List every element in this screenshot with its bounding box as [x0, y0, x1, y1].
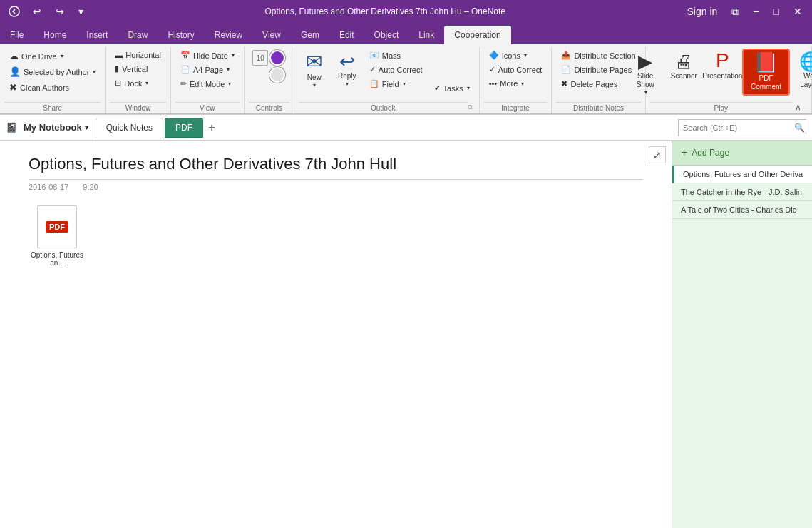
- ribbon-group-share: ☁ One Drive ▾ 👤 Selected by Author ▾ ✖ C…: [0, 47, 106, 113]
- tab-cooperation[interactable]: Cooperation: [444, 26, 510, 44]
- add-page-label: Add Page: [692, 148, 729, 158]
- notebook-dropdown-arrow: ▾: [85, 123, 88, 131]
- share-col: ☁ One Drive ▾ 👤 Selected by Author ▾ ✖ C…: [4, 49, 101, 95]
- mass-button[interactable]: 📧 Mass: [364, 49, 428, 62]
- weblayout-button[interactable]: 🌐 Web Layout: [791, 49, 812, 93]
- tab-view[interactable]: View: [252, 26, 291, 44]
- section-pdf[interactable]: PDF: [165, 118, 203, 138]
- section-quicknotes[interactable]: Quick Notes: [96, 118, 163, 138]
- tab-object[interactable]: Object: [364, 26, 409, 44]
- tab-insert[interactable]: Insert: [76, 26, 118, 44]
- new-button[interactable]: ✉ New ▾: [299, 49, 330, 92]
- redo-button[interactable]: ↪: [51, 4, 68, 19]
- sign-in-button[interactable]: Sign in: [683, 4, 722, 19]
- ribbon-group-controls: 10 Controls: [245, 47, 294, 113]
- selected-by-author-button[interactable]: 👤 Selected by Author ▾: [4, 64, 101, 79]
- pdfcomment-button[interactable]: 📕 PDF Comment: [742, 49, 790, 96]
- distribute-group-label: Distribute Notes: [556, 102, 640, 113]
- tab-gem[interactable]: Gem: [291, 26, 329, 44]
- pdfcomment-icon: 📕: [754, 53, 778, 73]
- presentation-button[interactable]: P Presentation: [704, 49, 741, 83]
- tab-draw[interactable]: Draw: [118, 26, 158, 44]
- page-list-item-0[interactable]: Options, Futures and Other Deriva: [672, 166, 812, 183]
- more2-button[interactable]: ••• More ▾: [484, 77, 548, 90]
- horizontal-icon: ▬: [115, 51, 123, 59]
- slideshow-icon: ▶: [638, 52, 652, 71]
- a4page-button[interactable]: 📄 A4 Page ▾: [175, 63, 240, 76]
- restore-button[interactable]: ⧉: [727, 4, 743, 19]
- search-bar: 🔍: [678, 119, 806, 136]
- tab-review[interactable]: Review: [205, 26, 252, 44]
- back-button[interactable]: [6, 3, 23, 20]
- page-list-item-2[interactable]: A Tale of Two Cities - Charles Dic: [672, 201, 812, 219]
- add-page-icon: +: [681, 146, 687, 159]
- controls-items: 10: [251, 47, 287, 101]
- hidedate-button[interactable]: 📅 Hide Date ▾: [175, 49, 240, 62]
- slideshow-dropdown: ▾: [644, 89, 647, 96]
- clean-authors-button[interactable]: ✖ Clean Authors: [4, 80, 101, 95]
- clean-icon: ✖: [9, 82, 17, 93]
- outlook-items: ✉ New ▾ ↩ Reply ▾ 📧 Mass ✓ Auto: [299, 47, 475, 101]
- page-list-item-1[interactable]: The Catcher in the Rye - J.D. Salin: [672, 183, 812, 201]
- dock-button[interactable]: ⊞ Dock ▾: [110, 76, 166, 90]
- search-button[interactable]: 🔍: [794, 123, 805, 133]
- tab-history[interactable]: History: [158, 26, 204, 44]
- weblayout-icon: 🌐: [799, 52, 812, 71]
- share-items: ☁ One Drive ▾ 👤 Selected by Author ▾ ✖ C…: [4, 47, 101, 101]
- ribbon-group-view: 📅 Hide Date ▾ 📄 A4 Page ▾ ✏ Edit Mode ▾: [171, 47, 245, 113]
- more2-dropdown: ▾: [521, 81, 524, 87]
- icons-button[interactable]: 🔷 Icons ▾: [484, 49, 548, 62]
- expand-button[interactable]: ⤢: [649, 146, 666, 163]
- search-input[interactable]: [678, 119, 806, 136]
- tab-file[interactable]: File: [0, 26, 34, 44]
- window-group-label: Window: [110, 102, 166, 113]
- outlook-expand[interactable]: ⧉: [468, 103, 475, 111]
- add-page-button[interactable]: + Add Page: [672, 141, 812, 166]
- undo-button[interactable]: ↩: [29, 4, 46, 19]
- tab-edit[interactable]: Edit: [329, 26, 364, 44]
- notebook-name[interactable]: My Notebook ▾: [18, 119, 94, 136]
- maximize-button[interactable]: □: [769, 4, 783, 19]
- minimize-button[interactable]: −: [749, 4, 763, 19]
- presentation-label: Presentation: [702, 72, 742, 81]
- page-meta: 2016-08-17 9:20: [29, 183, 643, 191]
- tab-home[interactable]: Home: [34, 26, 76, 44]
- notebook-icon: 📓: [6, 122, 18, 133]
- editmode-button[interactable]: ✏ Edit Mode ▾: [175, 77, 240, 91]
- tab-link[interactable]: Link: [408, 26, 444, 44]
- vertical-icon: ▮: [115, 64, 119, 73]
- mass-icon: 📧: [369, 51, 379, 60]
- field-dropdown: ▾: [403, 81, 406, 87]
- new-icon: ✉: [306, 52, 322, 72]
- vertical-button[interactable]: ▮ Vertical: [110, 62, 166, 76]
- add-section-button[interactable]: +: [203, 119, 220, 136]
- autocorrect2-button[interactable]: ✓ Auto Correct: [484, 63, 548, 76]
- new-dropdown: ▾: [313, 82, 316, 88]
- slideshow-button[interactable]: ▶ Slide Show ▾: [627, 49, 664, 99]
- horizontal-button[interactable]: ▬ Horizontal: [110, 49, 166, 61]
- ribbon-collapse-button[interactable]: ∧: [792, 101, 804, 113]
- pdf-attachment[interactable]: PDF Options, Futures an...: [29, 205, 86, 267]
- tasks-button[interactable]: ✔ Tasks ▾: [429, 81, 475, 95]
- icons-dropdown: ▾: [524, 52, 527, 59]
- page-date: 2016-08-17: [29, 183, 68, 191]
- reply-icon: ↩: [339, 52, 355, 71]
- reply-button[interactable]: ↩ Reply ▾: [332, 49, 363, 91]
- ribbon-group-integrate: 🔷 Icons ▾ ✓ Auto Correct ••• More ▾ In: [480, 47, 553, 113]
- pdfcomment-label: PDF Comment: [748, 74, 784, 91]
- autocorrect2-icon: ✓: [489, 65, 495, 74]
- share-group-label: Share: [4, 102, 101, 113]
- dist-pages-icon: 📄: [561, 65, 571, 74]
- a4page-dropdown-arrow: ▾: [227, 66, 230, 73]
- close-button[interactable]: ✕: [789, 4, 806, 19]
- notebook-header: 📓 My Notebook ▾ Quick Notes PDF + 🔍: [0, 115, 812, 141]
- slideshow-label: Slide Show: [632, 72, 659, 89]
- scanner-icon: 🖨: [674, 52, 693, 71]
- right-panel: + Add Page Options, Futures and Other De…: [672, 141, 812, 528]
- customize-button[interactable]: ▾: [74, 4, 88, 19]
- scanner-button[interactable]: 🖨 Scanner: [665, 49, 702, 84]
- onedrive-button[interactable]: ☁ One Drive ▾: [4, 49, 101, 64]
- presentation-icon: P: [716, 51, 729, 71]
- field-button[interactable]: 📋 Field ▾: [364, 77, 428, 91]
- autocorrect-button[interactable]: ✓ Auto Correct: [364, 63, 428, 76]
